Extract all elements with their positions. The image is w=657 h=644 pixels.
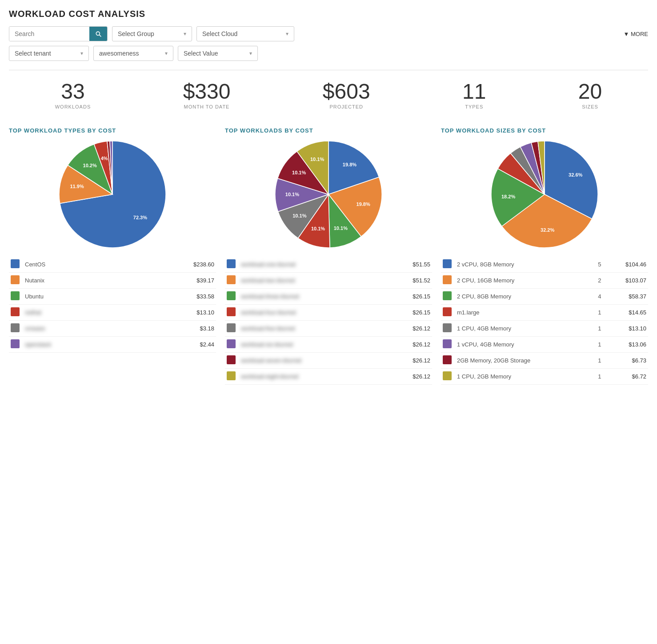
legend-color-swatch: [227, 371, 236, 380]
svg-text:19.8%: 19.8%: [343, 162, 357, 167]
legend-item-name: CentOS: [21, 257, 131, 273]
legend-row: workload-four-blurred$26.15: [225, 305, 432, 321]
legend-item-value: $26.12: [385, 369, 432, 385]
more-button[interactable]: ▼ MORE: [624, 31, 648, 37]
chevron-down-icon: ▾: [184, 31, 186, 37]
legend-item-name: redhat: [21, 305, 131, 321]
legend-item-value: $6.72: [604, 369, 648, 385]
legend-color-swatch: [227, 355, 236, 364]
legend-item-value: $26.12: [385, 321, 432, 337]
legend-table: CentOS$238.60Nutanix$39.17Ubuntu$33.58re…: [9, 257, 216, 353]
legend-item-name: workload-two-blurred: [237, 273, 385, 289]
legend-row: 1 CPU, 4GB Memory1$13.10: [441, 321, 648, 337]
legend-color-swatch: [443, 259, 452, 268]
legend-item-name: 2 CPU, 8GB Memory: [453, 289, 595, 305]
stat-value: $330: [183, 81, 231, 102]
legend-row: 2 CPU, 8GB Memory4$58.37: [441, 289, 648, 305]
legend-item-name: workload-four-blurred: [237, 305, 385, 321]
search-button[interactable]: [89, 27, 107, 41]
svg-text:4%: 4%: [101, 156, 108, 161]
stat-item: 20 SIZES: [578, 81, 602, 109]
stat-label: WORKLOADS: [55, 104, 91, 109]
legend-item-value: $51.55: [385, 257, 432, 273]
stat-value: 11: [462, 81, 486, 102]
filter-row-1: Select Group ▾ Select Cloud ▾ ▼ MORE: [9, 26, 648, 41]
tag-dropdown[interactable]: awesomeness ▾: [93, 46, 173, 61]
legend-color-swatch: [443, 307, 452, 316]
chevron-down-icon: ▾: [80, 50, 83, 56]
legend-row: workload-five-blurred$26.12: [225, 321, 432, 337]
tag-label: awesomeness: [99, 50, 139, 57]
legend-row: redhat$13.10: [9, 305, 216, 321]
stat-label: TYPES: [462, 104, 486, 109]
legend-table: 2 vCPU, 8GB Memory5$104.462 CPU, 16GB Me…: [441, 257, 648, 385]
select-group-label: Select Group: [118, 30, 154, 37]
legend-item-count: 1: [595, 353, 604, 369]
legend-item-name: Ubuntu: [21, 289, 131, 305]
legend-color-swatch: [227, 275, 236, 284]
legend-color-swatch: [11, 259, 20, 268]
legend-item-value: $13.06: [604, 337, 648, 353]
legend-item-name: workload-eight-blurred: [237, 369, 385, 385]
chart-title: TOP WORKLOAD SIZES BY COST: [441, 127, 648, 134]
legend-row: workload-three-blurred$26.15: [225, 289, 432, 305]
chevron-down-icon: ▾: [165, 50, 168, 56]
search-icon: [95, 30, 102, 37]
legend-row: Ubuntu$33.58: [9, 289, 216, 305]
legend-color-swatch: [11, 275, 20, 284]
svg-text:10.1%: 10.1%: [292, 213, 306, 218]
legend-item-value: $26.15: [385, 289, 432, 305]
legend-item-value: $58.37: [604, 289, 648, 305]
legend-row: 1 vCPU, 4GB Memory1$13.06: [441, 337, 648, 353]
select-cloud-dropdown[interactable]: Select Cloud ▾: [196, 26, 294, 41]
legend-item-value: $3.18: [131, 321, 216, 337]
select-tenant-dropdown[interactable]: Select tenant ▾: [9, 46, 89, 61]
legend-item-value: $26.12: [385, 353, 432, 369]
stat-label: MONTH TO DATE: [183, 104, 231, 109]
legend-row: openstack$2.44: [9, 337, 216, 353]
select-group-dropdown[interactable]: Select Group ▾: [112, 26, 192, 41]
legend-color-swatch: [227, 307, 236, 316]
legend-row: 2 CPU, 16GB Memory2$103.07: [441, 273, 648, 289]
stat-item: $603 PROJECTED: [323, 81, 370, 109]
select-value-dropdown[interactable]: Select Value ▾: [178, 46, 258, 61]
charts-section: TOP WORKLOAD TYPES BY COST72.3%11.9%10.2…: [9, 127, 648, 385]
legend-color-swatch: [443, 339, 452, 348]
legend-color-swatch: [443, 371, 452, 380]
stat-value: 33: [55, 81, 91, 102]
chart-title: TOP WORKLOAD TYPES BY COST: [9, 127, 216, 134]
legend-color-swatch: [227, 339, 236, 348]
legend-item-value: $51.52: [385, 273, 432, 289]
legend-item-value: $39.17: [131, 273, 216, 289]
stat-value: $603: [323, 81, 370, 102]
svg-text:18.2%: 18.2%: [501, 194, 515, 199]
legend-row: Nutanix$39.17: [9, 273, 216, 289]
chart-title: TOP WORKLOADS BY COST: [225, 127, 432, 134]
legend-item-name: workload-seven-blurred: [237, 353, 385, 369]
legend-item-count: 4: [595, 289, 604, 305]
svg-text:10.1%: 10.1%: [334, 225, 348, 231]
chart-col-0: TOP WORKLOAD TYPES BY COST72.3%11.9%10.2…: [9, 127, 216, 385]
legend-item-value: $103.07: [604, 273, 648, 289]
legend-item-count: 1: [595, 337, 604, 353]
legend-item-name: workload-one-blurred: [237, 257, 385, 273]
legend-item-name: Nutanix: [21, 273, 131, 289]
legend-item-name: 2GB Memory, 20GB Storage: [453, 353, 595, 369]
legend-item-value: $14.65: [604, 305, 648, 321]
legend-item-count: 5: [595, 257, 604, 273]
chart-col-1: TOP WORKLOADS BY COST19.8%19.8%10.1%10.1…: [225, 127, 432, 385]
legend-item-name: 1 CPU, 2GB Memory: [453, 369, 595, 385]
page-title: WORKLOAD COST ANALYSIS: [9, 9, 648, 19]
svg-text:11.9%: 11.9%: [70, 184, 84, 189]
legend-item-name: 1 CPU, 4GB Memory: [453, 321, 595, 337]
search-input[interactable]: [9, 27, 89, 41]
chevron-down-icon: ▾: [286, 31, 288, 37]
legend-color-swatch: [227, 259, 236, 268]
legend-row: 2 vCPU, 8GB Memory5$104.46: [441, 257, 648, 273]
legend-color-swatch: [11, 323, 20, 332]
legend-item-value: $6.73: [604, 353, 648, 369]
legend-item-name: workload-six-blurred: [237, 337, 385, 353]
legend-item-name: m1.large: [453, 305, 595, 321]
stat-label: PROJECTED: [323, 104, 370, 109]
legend-table: workload-one-blurred$51.55workload-two-b…: [225, 257, 432, 385]
